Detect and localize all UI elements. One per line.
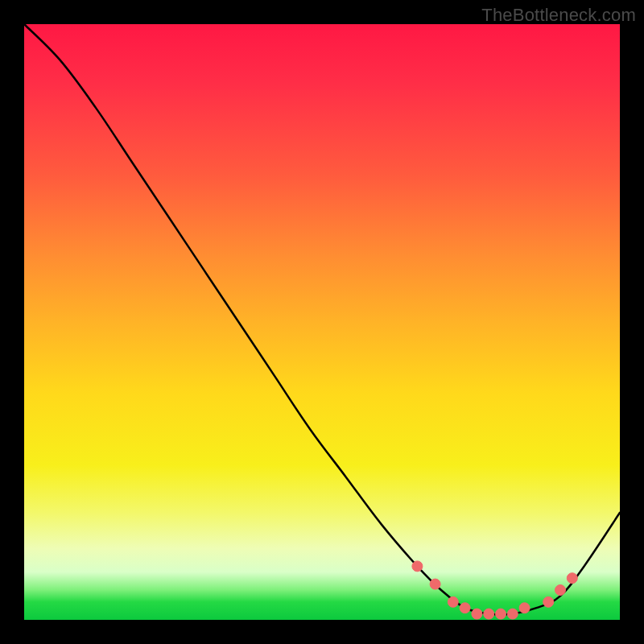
marker-dot <box>555 585 566 596</box>
watermark-text: TheBottleneck.com <box>481 5 636 26</box>
curve-svg <box>24 24 620 620</box>
plot-area <box>24 24 620 620</box>
marker-dot <box>543 597 554 607</box>
marker-dot <box>496 609 506 619</box>
marker-dot <box>519 603 530 613</box>
marker-dot <box>484 609 494 619</box>
marker-dot <box>430 579 440 589</box>
flat-region-markers <box>412 561 577 619</box>
marker-dot <box>460 603 470 613</box>
marker-dot <box>412 561 423 572</box>
marker-dot <box>567 573 577 584</box>
marker-dot <box>448 597 458 607</box>
marker-dot <box>507 609 518 619</box>
marker-dot <box>472 609 482 619</box>
chart-stage: TheBottleneck.com <box>0 0 644 644</box>
bottleneck-curve <box>24 24 620 615</box>
